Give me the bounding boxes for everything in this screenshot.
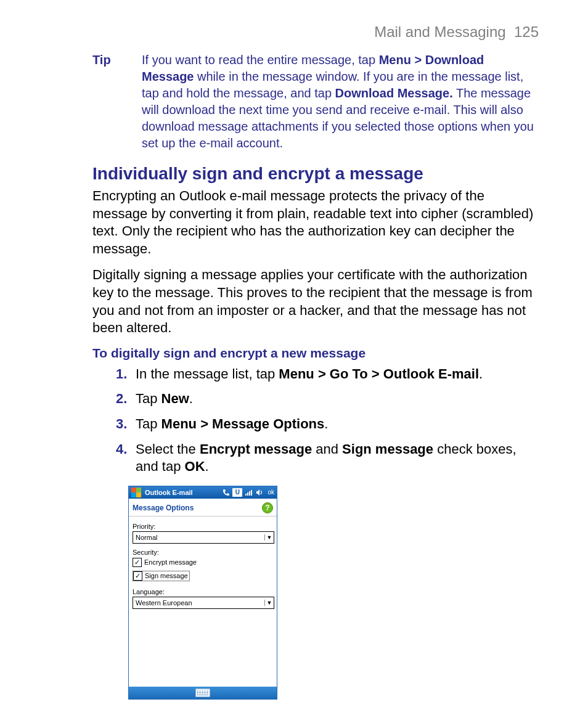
language-value: Western European <box>133 599 264 607</box>
step-3: 3. Tap Menu > Message Options. <box>136 415 539 433</box>
header-section: Mail and Messaging <box>374 23 505 40</box>
encrypt-checkbox-row[interactable]: ✓ Encrypt message <box>133 558 273 567</box>
language-label: Language: <box>133 588 273 595</box>
priority-value: Normal <box>133 534 264 541</box>
step-2: 2. Tap New. <box>136 390 539 408</box>
phone-icon[interactable] <box>221 488 231 497</box>
windows-logo-icon[interactable] <box>131 488 141 497</box>
chevron-down-icon: ▼ <box>264 600 274 606</box>
step-1: 1. In the message list, tap Menu > Go To… <box>136 366 539 383</box>
step-4: 4. Select the Encrypt message and Sign m… <box>136 441 539 476</box>
paragraph-1: Encrypting an Outlook e-mail message pro… <box>92 187 539 258</box>
device-footer <box>129 687 277 699</box>
u-status-icon[interactable]: U <box>232 488 242 497</box>
svg-rect-1 <box>247 492 248 496</box>
language-select[interactable]: Western European ▼ <box>133 597 274 609</box>
document-page: Mail and Messaging 125 Tip If you want t… <box>0 0 588 723</box>
tip-label: Tip <box>92 52 142 152</box>
checkbox-checked-icon: ✓ <box>133 571 142 581</box>
svg-rect-3 <box>251 490 252 496</box>
section-heading: Individually sign and encrypt a message <box>92 164 539 184</box>
sign-label: Sign message <box>145 572 188 579</box>
device-titlebar: Outlook E-mail U ok <box>129 486 277 499</box>
help-icon[interactable]: ? <box>262 502 273 513</box>
ok-button[interactable]: ok <box>267 489 274 496</box>
priority-select[interactable]: Normal ▼ <box>133 531 274 544</box>
page-number: 125 <box>514 23 539 40</box>
tip-content: If you want to read the entire message, … <box>142 52 539 152</box>
device-screenshot: Outlook E-mail U ok Message Options ? Pr… <box>128 486 277 700</box>
device-title: Outlook E-mail <box>145 489 193 496</box>
chevron-down-icon: ▼ <box>264 534 274 541</box>
svg-rect-0 <box>245 494 247 496</box>
encrypt-label: Encrypt message <box>144 558 197 566</box>
device-body: Priority: Normal ▼ Security: ✓ Encrypt m… <box>129 517 277 687</box>
priority-label: Priority: <box>133 523 273 530</box>
paragraph-2: Digitally signing a message applies your… <box>92 266 539 337</box>
steps-list: 1. In the message list, tap Menu > Go To… <box>92 366 539 476</box>
speaker-icon[interactable] <box>255 488 264 497</box>
message-options-label: Message Options <box>133 504 194 512</box>
sign-checkbox-row[interactable]: ✓ Sign message <box>133 571 190 581</box>
security-label: Security: <box>133 549 273 556</box>
keyboard-icon[interactable] <box>195 688 210 697</box>
device-blank-area <box>133 609 273 683</box>
checkbox-checked-icon: ✓ <box>133 558 142 567</box>
tip-block: Tip If you want to read the entire messa… <box>92 52 539 152</box>
svg-rect-2 <box>249 491 250 496</box>
sub-heading: To digitally sign and encrypt a new mess… <box>92 346 539 361</box>
device-subheader: Message Options ? <box>129 499 277 517</box>
signal-icon[interactable] <box>243 488 253 497</box>
page-header: Mail and Messaging 125 <box>92 23 539 41</box>
